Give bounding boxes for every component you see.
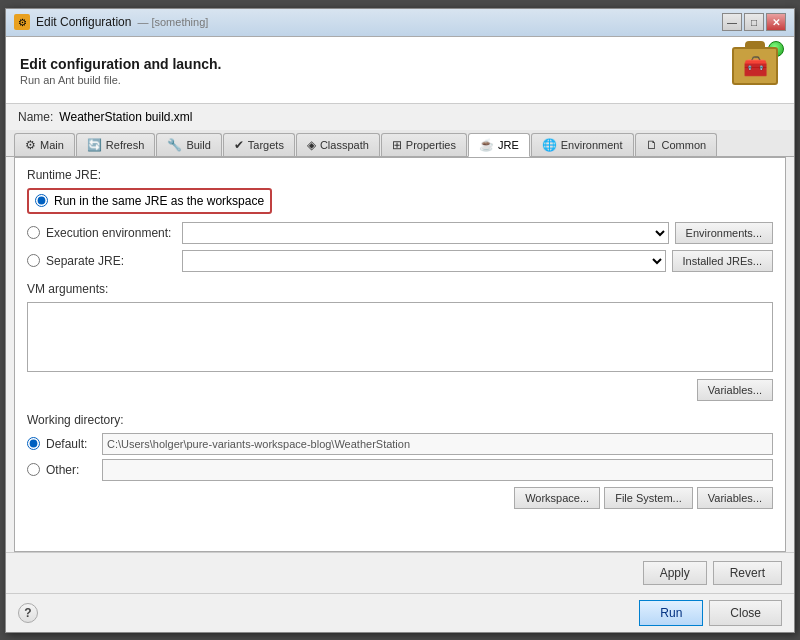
revert-button[interactable]: Revert: [713, 561, 782, 585]
execution-env-row: Execution environment: Environments...: [27, 222, 773, 244]
content-inner: Runtime JRE: Run in the same JRE as the …: [15, 158, 785, 551]
header-title: Edit configuration and launch.: [20, 56, 221, 72]
tab-properties[interactable]: ⊞ Properties: [381, 133, 467, 156]
footer-right-buttons: Run Close: [639, 600, 782, 626]
header-area: Edit configuration and launch. Run an An…: [6, 37, 794, 104]
main-tab-icon: ⚙: [25, 138, 36, 152]
classpath-tab-icon: ◈: [307, 138, 316, 152]
name-value: WeatherStation build.xml: [59, 110, 192, 124]
default-radio[interactable]: [27, 437, 40, 450]
tab-common-label: Common: [662, 139, 707, 151]
window-icon: ⚙: [14, 14, 30, 30]
execution-env-label: Execution environment:: [46, 226, 176, 240]
working-dir-label: Working directory:: [27, 413, 773, 427]
title-bar: ⚙ Edit Configuration — [something] — □ ✕: [6, 9, 794, 37]
minimize-button[interactable]: —: [722, 13, 742, 31]
same-jre-label: Run in the same JRE as the workspace: [54, 194, 264, 208]
tab-classpath-label: Classpath: [320, 139, 369, 151]
same-jre-row: Run in the same JRE as the workspace: [27, 188, 773, 214]
selected-radio-box: Run in the same JRE as the workspace: [27, 188, 272, 214]
targets-tab-icon: ✔: [234, 138, 244, 152]
separate-jre-row: Separate JRE: Installed JREs...: [27, 250, 773, 272]
title-bar-controls: — □ ✕: [722, 13, 786, 31]
tab-targets-label: Targets: [248, 139, 284, 151]
window-subtitle: — [something]: [137, 16, 208, 28]
environment-tab-icon: 🌐: [542, 138, 557, 152]
properties-tab-icon: ⊞: [392, 138, 402, 152]
tab-jre[interactable]: ☕ JRE: [468, 133, 530, 157]
toolbox-handle: [745, 41, 765, 49]
vm-args-textarea[interactable]: [27, 302, 773, 372]
vm-args-label: VM arguments:: [27, 282, 773, 296]
name-row: Name: WeatherStation build.xml: [6, 104, 794, 130]
tabs-row: ⚙ Main 🔄 Refresh 🔧 Build ✔ Targets ◈ Cla…: [6, 130, 794, 157]
runtime-jre-label: Runtime JRE:: [27, 168, 773, 182]
variables-button[interactable]: Variables...: [697, 379, 773, 401]
default-path-input[interactable]: [102, 433, 773, 455]
name-label: Name:: [18, 110, 53, 124]
apply-button[interactable]: Apply: [643, 561, 707, 585]
execution-env-select[interactable]: [182, 222, 669, 244]
build-tab-icon: 🔧: [167, 138, 182, 152]
separate-jre-combo-wrapper: [182, 250, 666, 272]
other-label: Other:: [46, 463, 96, 477]
window-title: Edit Configuration: [36, 15, 131, 29]
run-button[interactable]: Run: [639, 600, 703, 626]
variables-dir-button[interactable]: Variables...: [697, 487, 773, 509]
header-text: Edit configuration and launch. Run an An…: [20, 56, 221, 86]
other-path-input[interactable]: [102, 459, 773, 481]
default-row: Default:: [27, 433, 773, 455]
workspace-button[interactable]: Workspace...: [514, 487, 600, 509]
tab-targets[interactable]: ✔ Targets: [223, 133, 295, 156]
bottom-spacer: [27, 509, 773, 539]
tab-classpath[interactable]: ◈ Classpath: [296, 133, 380, 156]
execution-env-combo-wrapper: [182, 222, 669, 244]
same-jre-radio[interactable]: [35, 194, 48, 207]
default-label: Default:: [46, 437, 96, 451]
variables-btn-row: Variables...: [27, 379, 773, 401]
separate-jre-select[interactable]: [182, 250, 666, 272]
footer-area: ? Run Close: [6, 593, 794, 632]
tab-jre-label: JRE: [498, 139, 519, 151]
refresh-tab-icon: 🔄: [87, 138, 102, 152]
tab-build-label: Build: [186, 139, 210, 151]
tab-common[interactable]: 🗋 Common: [635, 133, 718, 156]
maximize-button[interactable]: □: [744, 13, 764, 31]
main-window: ⚙ Edit Configuration — [something] — □ ✕…: [5, 8, 795, 633]
separate-jre-label: Separate JRE:: [46, 254, 176, 268]
content-area: Runtime JRE: Run in the same JRE as the …: [14, 157, 786, 552]
vm-args-section: VM arguments: Variables...: [27, 282, 773, 401]
other-radio[interactable]: [27, 463, 40, 476]
environments-button[interactable]: Environments...: [675, 222, 773, 244]
help-button[interactable]: ?: [18, 603, 38, 623]
tab-refresh-label: Refresh: [106, 139, 145, 151]
execution-env-radio[interactable]: [27, 226, 40, 239]
workspace-btn-row: Workspace... File System... Variables...: [27, 487, 773, 509]
separate-jre-radio[interactable]: [27, 254, 40, 267]
tab-main[interactable]: ⚙ Main: [14, 133, 75, 156]
close-window-button[interactable]: ✕: [766, 13, 786, 31]
toolbox-icon: 🧰: [732, 47, 778, 85]
common-tab-icon: 🗋: [646, 138, 658, 152]
tab-build[interactable]: 🔧 Build: [156, 133, 221, 156]
file-system-button[interactable]: File System...: [604, 487, 693, 509]
apply-revert-row: Apply Revert: [6, 552, 794, 593]
tab-environment[interactable]: 🌐 Environment: [531, 133, 634, 156]
other-row: Other:: [27, 459, 773, 481]
tab-environment-label: Environment: [561, 139, 623, 151]
jre-tab-icon: ☕: [479, 138, 494, 152]
tab-properties-label: Properties: [406, 139, 456, 151]
tab-refresh[interactable]: 🔄 Refresh: [76, 133, 156, 156]
header-subtitle: Run an Ant build file.: [20, 74, 221, 86]
close-dialog-button[interactable]: Close: [709, 600, 782, 626]
title-bar-left: ⚙ Edit Configuration — [something]: [14, 14, 208, 30]
tab-main-label: Main: [40, 139, 64, 151]
header-icon-area: 🧰: [732, 47, 780, 95]
working-dir-section: Working directory: Default: Other: Works…: [27, 413, 773, 509]
installed-jres-button[interactable]: Installed JREs...: [672, 250, 773, 272]
